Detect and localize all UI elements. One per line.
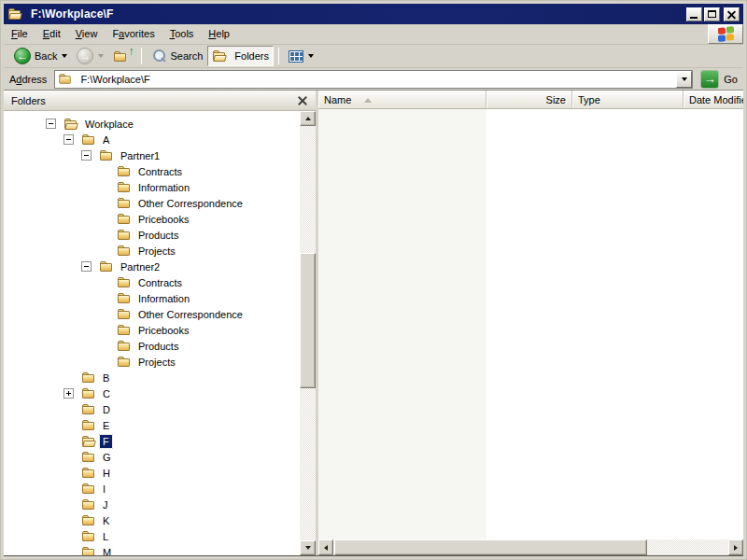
expand-plus-icon[interactable]	[63, 388, 74, 399]
tree-row: Pricebooks	[4, 211, 300, 227]
folder-icon	[81, 530, 96, 543]
tree-item-e[interactable]: E	[100, 419, 112, 432]
tree-viewport: WorkplaceAPartner1ContractsInformationOt…	[4, 111, 316, 555]
folder-icon	[81, 546, 96, 556]
tree-item-contracts[interactable]: Contracts	[135, 276, 185, 289]
column-header-size[interactable]: Size	[486, 91, 572, 109]
tree-row: Information	[4, 290, 300, 306]
tree-item-projects[interactable]: Projects	[135, 356, 178, 369]
tree-item-products[interactable]: Products	[135, 340, 181, 353]
forward-arrow-icon: →	[77, 48, 93, 64]
tree-item-partner2[interactable]: Partner2	[118, 260, 162, 273]
tree-item-a[interactable]: A	[100, 133, 112, 147]
tree-vertical-scrollbar[interactable]	[300, 111, 316, 555]
address-dropdown-button[interactable]	[676, 71, 692, 88]
tree-item-b[interactable]: B	[100, 371, 112, 385]
back-label: Back	[35, 50, 57, 62]
tree-item-information[interactable]: Information	[135, 292, 192, 305]
folder-icon	[99, 149, 114, 162]
folder-icon	[81, 514, 96, 527]
tree-item-workplace[interactable]: Workplace	[82, 118, 136, 131]
tree-item-products[interactable]: Products	[135, 229, 181, 242]
tree-row: D	[4, 401, 300, 417]
folder-icon	[81, 467, 96, 480]
tree-item-f[interactable]: F	[100, 435, 112, 448]
menu-item-view[interactable]: View	[68, 24, 106, 44]
go-group: → Go	[700, 70, 738, 89]
folder-icon	[117, 245, 132, 258]
open-folder-icon	[81, 435, 96, 448]
tree-row: Partner2	[4, 259, 300, 274]
tree-item-other-correspondence[interactable]: Other Correspondence	[135, 308, 246, 321]
tree-item-k[interactable]: K	[100, 514, 112, 527]
folder-icon	[117, 181, 132, 194]
tree-item-c[interactable]: C	[100, 387, 113, 400]
back-dropdown-icon[interactable]	[62, 54, 67, 58]
tree-item-partner1[interactable]: Partner1	[118, 149, 162, 162]
scroll-left-icon[interactable]	[318, 539, 333, 555]
forward-dropdown-icon[interactable]	[98, 54, 104, 58]
sort-ascending-icon	[364, 98, 372, 103]
tree-row: Projects	[4, 243, 300, 259]
folders-panel: Folders WorkplaceAPartner1ContractsInfor…	[4, 91, 316, 555]
column-header-name[interactable]: Name	[318, 91, 486, 109]
close-button[interactable]	[724, 7, 740, 21]
explorer-window: F:\Workplace\F FileEditViewFavoritesTool…	[0, 0, 747, 560]
tree-item-contracts[interactable]: Contracts	[135, 165, 185, 178]
column-label: Date Modified	[689, 94, 743, 105]
views-dropdown-icon[interactable]	[308, 54, 314, 58]
tree-item-projects[interactable]: Projects	[135, 245, 178, 258]
minimize-button[interactable]	[686, 7, 702, 21]
go-label[interactable]: Go	[724, 74, 738, 85]
back-button[interactable]: ← Back	[9, 46, 72, 66]
address-field[interactable]: F:\Workplace\F	[54, 70, 693, 89]
scroll-up-icon[interactable]	[300, 111, 316, 126]
close-panel-icon[interactable]	[297, 95, 308, 106]
list-body[interactable]	[318, 109, 743, 539]
tree-item-g[interactable]: G	[100, 451, 114, 464]
tree-item-h[interactable]: H	[100, 467, 113, 480]
folder-icon	[117, 292, 132, 305]
tree-item-m[interactable]: M	[100, 546, 114, 556]
tree-item-other-correspondence[interactable]: Other Correspondence	[135, 197, 246, 210]
collapse-minus-icon[interactable]	[81, 261, 92, 272]
horizontal-scroll-thumb[interactable]	[334, 539, 647, 555]
tree-item-d[interactable]: D	[100, 403, 113, 416]
tree-item-l[interactable]: L	[100, 530, 111, 543]
tree-item-pricebooks[interactable]: Pricebooks	[135, 324, 191, 337]
collapse-minus-icon[interactable]	[63, 134, 74, 145]
folder-icon	[117, 340, 132, 353]
windows-logo	[708, 24, 743, 44]
maximize-button[interactable]	[704, 7, 720, 21]
tree-row: Products	[4, 338, 300, 354]
collapse-minus-icon[interactable]	[81, 150, 92, 161]
search-button[interactable]: Search	[147, 46, 207, 66]
menu-item-favorites[interactable]: Favorites	[105, 24, 162, 44]
column-header-date-modified[interactable]: Date Modified	[684, 91, 743, 109]
forward-button[interactable]: →	[72, 46, 108, 66]
vertical-scroll-thumb[interactable]	[300, 253, 316, 388]
toolbar-separator	[141, 48, 142, 64]
menu-item-help[interactable]: Help	[201, 24, 237, 44]
column-header-type[interactable]: Type	[572, 91, 684, 109]
folder-icon	[81, 483, 96, 496]
up-button[interactable]: ↑	[108, 46, 136, 66]
folders-button[interactable]: Folders	[207, 46, 274, 66]
views-button[interactable]	[284, 46, 318, 66]
address-value[interactable]: F:\Workplace\F	[80, 74, 149, 85]
menu-item-file[interactable]: File	[4, 24, 35, 44]
tree-item-j[interactable]: J	[100, 498, 111, 511]
folder-icon	[81, 419, 96, 432]
collapse-minus-icon[interactable]	[46, 119, 56, 129]
toolbar-separator	[278, 48, 279, 64]
go-arrow-icon[interactable]: →	[700, 70, 719, 89]
tree-item-pricebooks[interactable]: Pricebooks	[135, 213, 191, 226]
scroll-right-icon[interactable]	[728, 539, 743, 555]
title-bar: F:\Workplace\F	[4, 4, 743, 24]
scroll-down-icon[interactable]	[300, 540, 316, 555]
tree-item-i[interactable]: I	[100, 483, 108, 496]
list-horizontal-scrollbar[interactable]	[318, 539, 743, 555]
menu-item-edit[interactable]: Edit	[35, 24, 68, 44]
tree-item-information[interactable]: Information	[135, 181, 192, 194]
menu-item-tools[interactable]: Tools	[162, 24, 202, 44]
